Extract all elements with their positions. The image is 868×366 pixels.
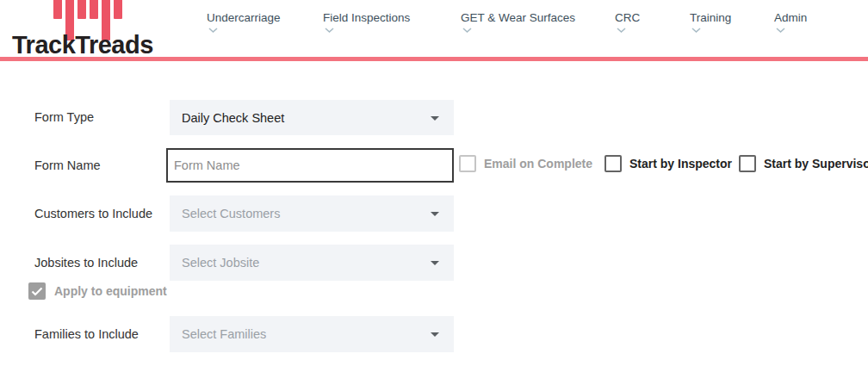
nav-label: Admin <box>774 11 807 24</box>
jobsites-label: Jobsites to Include <box>34 245 138 281</box>
header-divider <box>0 57 868 61</box>
dropdown-arrow-icon <box>431 116 439 121</box>
families-label: Families to Include <box>34 316 139 352</box>
chevron-down-icon <box>776 28 785 33</box>
families-placeholder: Select Families <box>182 327 266 341</box>
customers-label: Customers to Include <box>34 195 152 232</box>
form-type-label: Form Type <box>34 100 94 135</box>
jobsites-select[interactable]: Select Jobsite <box>170 245 454 281</box>
form-type-select[interactable]: Daily Check Sheet <box>170 100 454 135</box>
checkbox-box <box>604 155 622 172</box>
customers-placeholder: Select Customers <box>182 207 280 220</box>
nav-label: Training <box>690 11 731 24</box>
start-by-inspector-checkbox[interactable]: Start by Inspector <box>604 155 732 172</box>
form-name-input[interactable] <box>166 148 454 183</box>
page: TrackTreads Undercarriage Field Inspecti… <box>0 0 868 366</box>
nav-item-undercarriage[interactable]: Undercarriage <box>207 11 281 33</box>
email-on-complete-checkbox: Email on Complete <box>459 155 592 172</box>
brand-name: TrackTreads <box>12 31 153 59</box>
chevron-down-icon <box>691 28 701 33</box>
dropdown-arrow-icon <box>431 212 439 216</box>
apply-to-equipment-checkbox: Apply to equipment <box>28 282 167 300</box>
chevron-down-icon <box>325 28 334 33</box>
families-select[interactable]: Select Families <box>170 316 454 352</box>
nav-label: GET & Wear Surfaces <box>461 11 575 24</box>
checkbox-label: Start by Inspector <box>629 157 732 171</box>
form-type-value: Daily Check Sheet <box>182 111 284 125</box>
brand-logo[interactable]: TrackTreads <box>12 0 176 57</box>
nav-label: Undercarriage <box>207 11 281 24</box>
nav-item-admin[interactable]: Admin <box>774 11 807 33</box>
checkbox-label: Apply to equipment <box>54 284 167 298</box>
nav-item-crc[interactable]: CRC <box>615 11 640 33</box>
dropdown-arrow-icon <box>431 332 439 337</box>
checkbox-label: Email on Complete <box>484 157 592 171</box>
header: TrackTreads Undercarriage Field Inspecti… <box>0 0 868 62</box>
nav-item-get-wear-surfaces[interactable]: GET & Wear Surfaces <box>461 11 575 33</box>
checkbox-label: Start by Supervisor <box>764 157 868 171</box>
checkbox-box <box>739 155 756 172</box>
chevron-down-icon <box>462 28 472 33</box>
nav-label: Field Inspections <box>323 11 410 24</box>
jobsites-placeholder: Select Jobsite <box>182 256 259 270</box>
chevron-down-icon <box>208 28 218 33</box>
nav-item-field-inspections[interactable]: Field Inspections <box>323 11 410 33</box>
nav-label: CRC <box>615 11 640 24</box>
dropdown-arrow-icon <box>431 261 439 265</box>
nav-item-training[interactable]: Training <box>690 11 731 33</box>
checkbox-box <box>28 282 46 300</box>
start-by-supervisor-checkbox[interactable]: Start by Supervisor <box>739 155 868 172</box>
customers-select[interactable]: Select Customers <box>170 195 454 232</box>
checkbox-box <box>459 155 476 172</box>
form-name-label: Form Name <box>34 148 101 183</box>
checkmark-icon <box>31 287 43 296</box>
chevron-down-icon <box>617 28 626 33</box>
